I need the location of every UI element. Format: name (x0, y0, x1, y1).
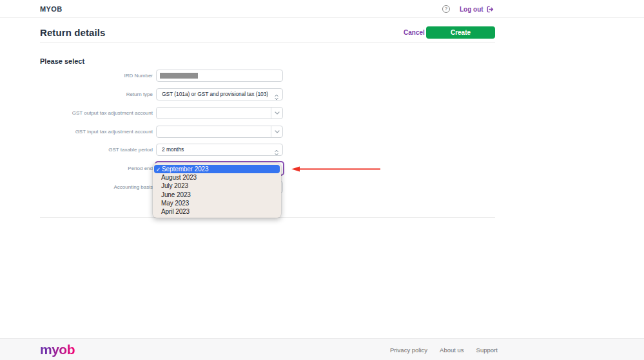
dropdown-option[interactable]: April 2023 (153, 207, 281, 216)
logout-label: Log out (460, 6, 483, 13)
logout-icon (487, 6, 494, 13)
cancel-button[interactable]: Cancel (404, 29, 425, 36)
about-us-link[interactable]: About us (440, 346, 464, 354)
gst-input-account-label: GST input tax adjustment account (0, 126, 153, 138)
chevron-down-icon (275, 111, 280, 115)
privacy-policy-link[interactable]: Privacy policy (390, 346, 427, 354)
checkmark-icon: ✓ (156, 166, 161, 174)
return-type-value: GST (101a) or GST and provisional tax (1… (157, 89, 282, 100)
combo-dropdown-button[interactable] (271, 108, 282, 118)
page-title: Return details (40, 27, 105, 38)
gst-input-account-combobox[interactable] (156, 126, 283, 138)
gst-output-account-label: GST output tax adjustment account (0, 107, 153, 119)
dropdown-option[interactable]: August 2023 (153, 173, 281, 182)
gst-taxable-period-value: 2 months (157, 144, 282, 155)
dropdown-option[interactable]: May 2023 (153, 199, 281, 207)
top-bar: MYOB ? Log out (0, 0, 644, 18)
myob-wordmark: MYOB (40, 0, 63, 18)
myob-logo: myob (40, 342, 75, 357)
combo-dropdown-button[interactable] (271, 126, 282, 137)
chevron-down-icon (275, 130, 280, 133)
select-updown-icon (275, 147, 278, 158)
period-end-label: Period end (0, 162, 153, 175)
gst-taxable-period-select[interactable]: 2 months (156, 144, 283, 156)
ird-number-label: IRD Number (0, 70, 153, 82)
accounting-basis-label: Accounting basis (0, 181, 153, 193)
return-type-select[interactable]: GST (101a) or GST and provisional tax (1… (156, 88, 283, 100)
annotation-arrow (291, 164, 382, 176)
return-type-label: Return type (0, 88, 153, 100)
option-label: September 2023 (162, 166, 209, 173)
section-heading: Please select (40, 57, 84, 65)
gst-output-account-combobox[interactable] (156, 107, 283, 119)
footer-links: Privacy policy About us Support (390, 339, 498, 360)
ird-number-input[interactable] (156, 70, 283, 82)
page: MYOB ? Log out Return details Cancel Cre… (0, 0, 644, 360)
dropdown-option-selected[interactable]: ✓September 2023 (154, 165, 280, 173)
dropdown-option[interactable]: June 2023 (153, 191, 281, 199)
header-divider (40, 43, 495, 43)
period-end-dropdown: ✓September 2023 August 2023 July 2023 Ju… (153, 163, 281, 218)
redacted-value (160, 73, 198, 79)
footer: myob Privacy policy About us Support (0, 338, 644, 360)
gst-taxable-period-label: GST taxable period (0, 144, 153, 156)
help-icon[interactable]: ? (442, 5, 450, 13)
logout-link[interactable]: Log out (460, 0, 494, 18)
create-button[interactable]: Create (426, 26, 495, 39)
support-link[interactable]: Support (476, 346, 498, 354)
dropdown-option[interactable]: July 2023 (153, 182, 281, 190)
select-updown-icon (275, 91, 278, 103)
